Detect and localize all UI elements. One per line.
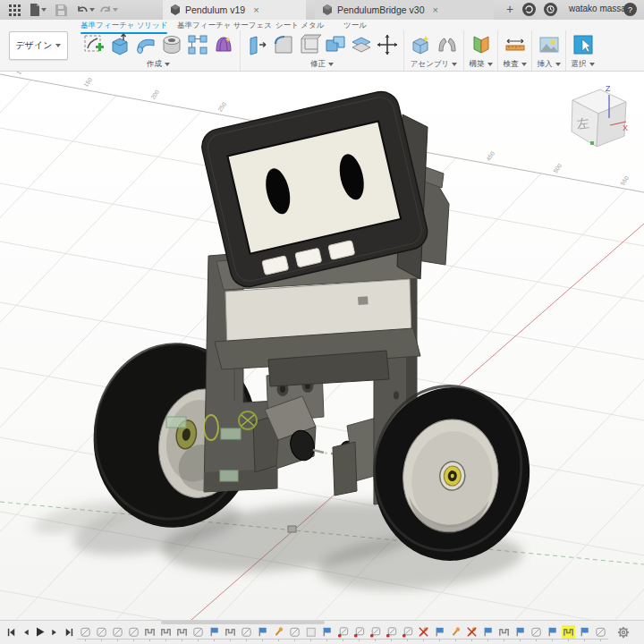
timeline-feature-flag[interactable] — [576, 624, 592, 640]
group-inspect: 検査 — [498, 30, 532, 71]
timeline-feature-flag[interactable] — [318, 624, 335, 640]
timeline-feature-grounded[interactable] — [383, 624, 399, 640]
timeline-feature-component[interactable] — [109, 624, 125, 640]
timeline-feature-grounded[interactable] — [335, 624, 351, 640]
workspace-label: デザイン — [16, 39, 53, 52]
measure-icon[interactable] — [502, 31, 528, 58]
job-status-clock-icon[interactable] — [544, 3, 557, 16]
go-to-end-button[interactable] — [63, 626, 74, 638]
group-create: 作成 — [77, 30, 241, 71]
go-to-start-button[interactable] — [5, 626, 17, 638]
timeline-feature-pin-broken[interactable] — [463, 624, 479, 640]
timeline-feature-joint[interactable] — [174, 624, 190, 640]
undo-icon[interactable] — [75, 3, 89, 17]
view-cube[interactable]: 左 Z X — [558, 79, 637, 157]
save-icon[interactable] — [54, 3, 68, 17]
grid-tick-label: 500 — [552, 162, 563, 174]
group-insert-label[interactable]: 挿入 — [538, 59, 561, 70]
new-component-icon[interactable] — [408, 31, 434, 58]
timeline-feature-grounded[interactable] — [351, 624, 367, 640]
timeline-feature-pin[interactable] — [447, 624, 463, 640]
timeline-feature-pin-broken[interactable] — [415, 624, 431, 640]
workspace-selector-button[interactable]: デザイン — [9, 31, 68, 60]
timeline-feature-component[interactable] — [93, 624, 109, 640]
group-construct-label[interactable]: 構築 — [470, 59, 493, 70]
select-icon[interactable] — [570, 31, 596, 58]
model-canvas[interactable]: 100150200250400450500550 — [0, 72, 644, 620]
shell-icon[interactable] — [296, 31, 322, 58]
insert-canvas-icon[interactable] — [536, 31, 562, 58]
timeline-feature-component[interactable] — [125, 624, 141, 640]
timeline-features — [77, 624, 608, 640]
help-icon[interactable]: ? — [623, 3, 637, 16]
viewcube-face-label[interactable]: 左 — [575, 115, 590, 131]
group-modify-label[interactable]: 修正 — [310, 59, 334, 70]
timeline-bar — [0, 620, 644, 644]
timeline-feature-component[interactable] — [286, 624, 302, 640]
timeline-feature-component[interactable] — [238, 624, 254, 640]
step-back-button[interactable] — [20, 626, 31, 638]
pattern-icon[interactable] — [184, 31, 210, 58]
offset-plane-icon[interactable] — [348, 31, 374, 58]
timeline-feature-pin[interactable] — [270, 624, 286, 640]
redo-icon[interactable] — [98, 3, 113, 17]
fusion360-window: Pendulum v19 × PendulumBridge v30 × + wa… — [0, 0, 644, 644]
move-icon[interactable] — [374, 31, 400, 58]
y-axis-indicator — [590, 141, 594, 145]
redo-caret-icon[interactable] — [113, 8, 118, 12]
timeline-feature-component[interactable] — [592, 624, 608, 640]
fillet-icon[interactable] — [270, 31, 296, 58]
new-tab-button[interactable]: + — [503, 2, 517, 16]
timeline-feature-joint[interactable] — [157, 624, 174, 640]
timeline-feature-component[interactable] — [77, 624, 93, 640]
doc-tab-label: PendulumBridge v30 — [337, 4, 424, 15]
timeline-feature-grounded[interactable] — [399, 624, 415, 640]
play-button[interactable] — [34, 626, 46, 638]
close-tab-icon[interactable]: × — [253, 4, 258, 15]
step-forward-button[interactable] — [48, 626, 60, 638]
extensions-icon[interactable] — [522, 3, 536, 16]
timeline-feature-grounded[interactable] — [367, 624, 383, 640]
sweep-icon[interactable] — [132, 31, 158, 58]
create-sketch-icon[interactable] — [80, 31, 106, 58]
joint-icon[interactable] — [434, 31, 460, 58]
timeline-feature-joint[interactable] — [141, 624, 157, 640]
timeline-feature-flag[interactable] — [254, 624, 270, 640]
construction-plane-icon[interactable] — [468, 31, 494, 58]
timeline-settings-gear-icon[interactable] — [617, 626, 630, 642]
file-menu-caret-icon[interactable] — [41, 8, 47, 12]
combine-icon[interactable] — [322, 31, 348, 58]
doc-tab-pendulum[interactable]: Pendulum v19 × — [163, 0, 306, 20]
group-create-label[interactable]: 作成 — [147, 59, 170, 70]
create-form-icon[interactable] — [210, 31, 236, 58]
close-tab-icon[interactable]: × — [432, 4, 437, 15]
hole-icon[interactable] — [158, 31, 184, 58]
grid-tick-label: 250 — [216, 101, 227, 113]
grid-tick-label: 550 — [619, 174, 630, 186]
doc-tab-pendulumbridge[interactable]: PendulumBridge v30 × — [315, 0, 494, 20]
extrude-icon[interactable] — [106, 31, 132, 58]
ribbon-groups: 作成 修正 アセンブリ — [77, 30, 599, 71]
file-menu-icon[interactable] — [28, 3, 42, 17]
timeline-feature-flag[interactable] — [512, 624, 528, 640]
group-inspect-label[interactable]: 検査 — [504, 59, 527, 70]
undo-caret-icon[interactable] — [89, 8, 95, 12]
timeline-feature-joint[interactable] — [222, 624, 238, 640]
timeline-feature-flag[interactable] — [544, 624, 560, 640]
timeline-feature-component[interactable] — [528, 624, 544, 640]
timeline-feature-joint[interactable] — [496, 624, 512, 640]
timeline-feature-flag[interactable] — [431, 624, 447, 640]
timeline-feature-box[interactable] — [302, 624, 318, 640]
timeline-feature-component[interactable] — [190, 624, 206, 640]
press-pull-icon[interactable] — [244, 31, 270, 58]
user-name[interactable]: watako massa — [569, 4, 626, 13]
timeline-feature-flag[interactable] — [206, 624, 222, 640]
timeline-feature-flag[interactable] — [479, 624, 496, 640]
timeline-playback — [5, 626, 74, 638]
timeline-feature-joint-active[interactable] — [560, 624, 576, 640]
group-assemble-label[interactable]: アセンブリ — [411, 59, 458, 70]
grid-tick-label: 100 — [15, 72, 26, 76]
group-construct: 構築 — [464, 30, 498, 71]
app-grid-icon[interactable] — [7, 3, 21, 17]
group-select-label[interactable]: 選択 — [572, 59, 595, 70]
